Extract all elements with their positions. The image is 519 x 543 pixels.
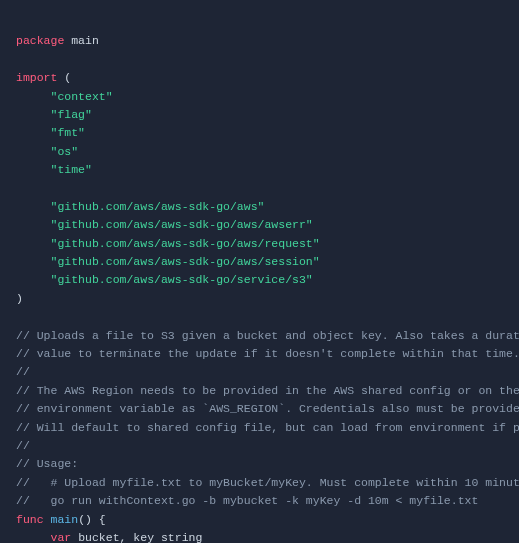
keyword-import: import <box>16 71 57 84</box>
func-name: main <box>51 513 79 526</box>
keyword-package: package <box>16 34 64 47</box>
import-list: "context" "flag" "fmt" "os" "time" "gith… <box>16 90 320 287</box>
var-decl: bucket, key string <box>78 531 202 543</box>
keyword-func: func <box>16 513 44 526</box>
header-comments: // Uploads a file to S3 given a bucket a… <box>16 329 519 508</box>
code-block: { "code": { "lang": "go", "package": "ma… <box>0 0 519 543</box>
package-name: main <box>71 34 99 47</box>
keyword-var: var <box>51 531 72 543</box>
